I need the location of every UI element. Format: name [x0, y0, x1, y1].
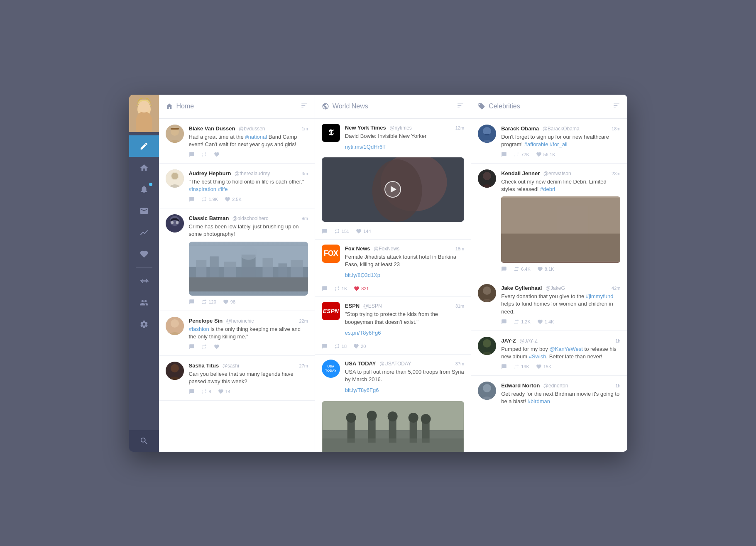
tweet-5: Sasha Titus @sashi 27m Can you believe t… — [159, 356, 315, 401]
tweet-3-retweet[interactable]: 120 — [201, 299, 216, 305]
jake-like[interactable]: 1.4K — [537, 319, 554, 325]
sidebar-item-home[interactable] — [129, 157, 159, 179]
nyt-text: David Bowie: Invisible New Yorker — [345, 132, 464, 140]
tweet-2-author: Audrey Hepburn — [189, 170, 231, 176]
usatoday-header: USA TODAY @USATODAY 37m — [345, 360, 464, 367]
kendall-like[interactable]: 8.1K — [537, 266, 554, 272]
svg-rect-21 — [291, 260, 303, 277]
jake-author: Jake Gyllenhaal — [501, 285, 542, 291]
play-button[interactable] — [384, 181, 401, 198]
nyt-reply[interactable] — [322, 228, 328, 234]
jake-actions: 1.2K 1.4K — [501, 319, 620, 325]
news-tweet-espn: ESPN ESPN @ESPN 31m "Stop trying to prot… — [315, 297, 471, 355]
sidebar-item-messages[interactable] — [129, 200, 159, 222]
tweet-2-actions: 1.9K 2.5K — [189, 196, 308, 202]
tweet-4-retweet[interactable] — [201, 344, 207, 350]
tweet-3-body: Classic Batman @oldschoolhero 9m Crime h… — [189, 214, 308, 304]
celeb-tweet-2: Kendall Jenner @emwatson 23m Check out m… — [471, 164, 627, 278]
svg-point-40 — [387, 411, 397, 421]
tweet-1-reply[interactable] — [189, 152, 195, 157]
tweet-5-retweet[interactable]: 8 — [201, 389, 211, 394]
nyt-link[interactable]: nyti.ms/1QdHr6T — [345, 143, 464, 151]
tweet-2-reply[interactable] — [189, 196, 195, 202]
tweet-2-retweet[interactable]: 1.9K — [201, 196, 218, 202]
espn-link[interactable]: es.pn/T8y6Fg6 — [345, 329, 464, 337]
fox-link[interactable]: bit.ly/8Q3d1Xp — [345, 272, 464, 279]
column-home: Home — [159, 95, 315, 452]
tweet-5-text: Can you believe that so many legends hav… — [189, 370, 308, 385]
svg-point-10 — [171, 221, 174, 224]
kendall-actions: 6.4K 8.1K — [501, 266, 620, 272]
nyt-media[interactable] — [322, 157, 464, 222]
column-world-news: World News 𝕿 New York Times — [315, 95, 471, 452]
tweet-3-reply[interactable] — [189, 299, 195, 305]
tweet-5-like[interactable]: 14 — [218, 389, 230, 394]
home-header-right[interactable] — [301, 102, 308, 111]
norton-handle: @ednorton — [543, 383, 568, 389]
world-news-header-right[interactable] — [457, 102, 464, 111]
kendall-media — [501, 196, 620, 263]
tweet-3-like[interactable]: 98 — [223, 299, 235, 305]
espn-retweet[interactable]: 18 — [334, 343, 347, 349]
sidebar-item-more[interactable] — [129, 270, 159, 292]
fox-reply[interactable] — [322, 286, 328, 291]
jayz-like[interactable]: 15K — [536, 364, 552, 370]
jake-header: Jake Gyllenhaal @JakeG 42m — [501, 284, 620, 291]
celebrities-header-right[interactable] — [613, 102, 620, 111]
obama-like[interactable]: 56.1K — [536, 152, 555, 157]
tweet-3-author: Classic Batman — [189, 215, 229, 221]
tweet-5-reply[interactable] — [189, 389, 195, 394]
svg-point-42 — [421, 414, 431, 424]
soldiers-image — [322, 401, 464, 452]
tweet-2-like[interactable]: 2.5K — [225, 196, 242, 202]
jayz-time: 1h — [615, 338, 620, 343]
obama-header: Barack Obama @BarackObama 18m — [501, 125, 620, 132]
usatoday-link[interactable]: bit.ly/T8y6Fg6 — [345, 387, 464, 394]
svg-rect-43 — [322, 438, 463, 452]
tweet-4-author: Penelope Sin — [189, 318, 223, 324]
sidebar-item-search[interactable] — [129, 430, 159, 452]
tweet-4-like[interactable] — [214, 344, 220, 350]
sidebar-item-likes[interactable] — [129, 243, 159, 265]
tweet-4-time: 22m — [299, 318, 308, 323]
tweet-1-retweet[interactable] — [201, 152, 207, 157]
tweet-4-reply[interactable] — [189, 344, 195, 350]
filter-icon-3[interactable] — [613, 102, 620, 109]
celeb-tweet-1: Barack Obama @BarackObama 18m Don't forg… — [471, 119, 627, 164]
espn-reply[interactable] — [322, 343, 328, 349]
fox-tweet-top: FOX Fox News @FoxNews 18m Female Jihadis… — [322, 245, 464, 283]
jayz-retweet[interactable]: 13K — [514, 364, 529, 370]
jake-retweet[interactable]: 1.2K — [514, 319, 531, 325]
espn-body: ESPN @ESPN 31m "Stop trying to protect t… — [345, 302, 464, 340]
obama-reply[interactable] — [501, 152, 507, 157]
tweet-3: Classic Batman @oldschoolhero 9m Crime h… — [159, 208, 315, 311]
svg-rect-19 — [262, 258, 273, 277]
tweet-2-body: Audrey Hepburn @therealaudrey 3m "The be… — [189, 169, 308, 202]
espn-logo: ESPN — [322, 302, 340, 320]
tweet-1-like[interactable] — [214, 152, 220, 157]
celebrities-header: Celebrities — [471, 95, 627, 119]
tweet-1-body: Blake Van Dussen @bvdussen 1m Had a grea… — [189, 125, 308, 157]
jayz-reply[interactable] — [501, 364, 507, 370]
obama-retweet[interactable]: 72K — [514, 152, 529, 157]
espn-like[interactable]: 20 — [353, 343, 366, 349]
jake-reply[interactable] — [501, 319, 507, 325]
world-news-tweets: 𝕿 New York Times @nytimes 12m David Bowi… — [315, 119, 471, 452]
fox-like[interactable]: 821 — [354, 286, 369, 291]
tweet-1: Blake Van Dussen @bvdussen 1m Had a grea… — [159, 119, 315, 164]
sidebar-item-notifications[interactable] — [129, 179, 159, 200]
fox-retweet[interactable]: 1K — [334, 286, 347, 291]
filter-icon[interactable] — [301, 102, 308, 109]
kendall-retweet[interactable]: 6.4K — [514, 266, 531, 272]
usatoday-author: USA TODAY — [345, 360, 376, 367]
kendall-reply[interactable] — [501, 266, 507, 272]
sidebar-item-people[interactable] — [129, 292, 159, 313]
nyt-retweet[interactable]: 151 — [334, 228, 349, 234]
sidebar-item-activity[interactable] — [129, 222, 159, 243]
sidebar-item-settings[interactable] — [129, 313, 159, 335]
sidebar-item-compose[interactable] — [129, 135, 159, 157]
nyt-like[interactable]: 144 — [356, 228, 371, 234]
user-avatar[interactable] — [129, 95, 159, 132]
svg-point-56 — [483, 339, 491, 348]
filter-icon-2[interactable] — [457, 102, 464, 109]
